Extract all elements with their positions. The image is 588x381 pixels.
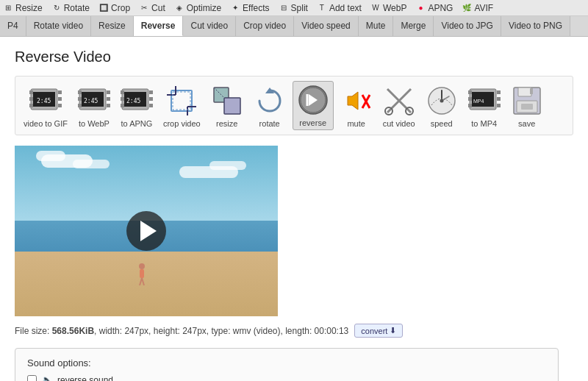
reverse-tool-icon <box>297 84 329 116</box>
svg-rect-17 <box>107 104 110 107</box>
to-mp4-tool-icon: MP4 <box>468 85 501 117</box>
menu-item-cut[interactable]: ✂ Cut <box>139 3 165 13</box>
svg-rect-57 <box>497 97 501 101</box>
top-menu-bar: ⊞ Resize ↻ Rotate 🔲 Crop ✂ Cut ◈ Optimiz… <box>0 0 588 16</box>
svg-point-64 <box>139 263 145 269</box>
tab-rotate-video[interactable]: Rotate video <box>26 16 91 36</box>
tab-merge[interactable]: Merge <box>393 16 434 36</box>
tool-speed-label: speed <box>431 119 453 128</box>
svg-point-49 <box>440 99 443 103</box>
svg-text:2:45: 2:45 <box>37 98 51 104</box>
svg-text:2:45: 2:45 <box>84 98 98 104</box>
menu-item-resize[interactable]: ⊞ Resize <box>3 3 43 13</box>
tool-cut-video-label: cut video <box>383 119 415 128</box>
optimize-menu-icon: ◈ <box>174 3 184 13</box>
crop-menu-icon: 🔲 <box>98 3 109 13</box>
svg-rect-62 <box>521 104 533 110</box>
svg-rect-3 <box>29 90 33 94</box>
rotate-menu-icon: ↻ <box>51 3 62 13</box>
svg-rect-21 <box>121 90 124 94</box>
tool-to-mp4-label: to MP4 <box>471 119 497 128</box>
tool-reverse[interactable]: reverse <box>293 81 334 130</box>
video-player <box>15 146 278 316</box>
svg-rect-63 <box>530 88 533 94</box>
svg-rect-58 <box>497 104 501 107</box>
menu-item-webp[interactable]: W WebP <box>370 3 406 13</box>
tool-to-apng-label: to APNG <box>121 119 153 128</box>
tool-save[interactable]: save <box>507 82 547 130</box>
video-to-gif-icon: 2:45 <box>29 85 62 117</box>
svg-text:2:45: 2:45 <box>126 98 140 104</box>
svg-rect-8 <box>58 104 62 107</box>
sound-options-panel: Sound options: 🔈 reverse sound 🔈 mute so… <box>15 348 559 381</box>
tool-video-to-gif[interactable]: 2:45 video to GIF <box>20 82 71 130</box>
convert-button[interactable]: convert ⬇ <box>354 324 403 338</box>
svg-rect-16 <box>107 97 110 101</box>
svg-rect-56 <box>497 90 501 94</box>
file-info-text: File size: 568.56KiB, width: 247px, heig… <box>15 326 348 336</box>
menu-item-optimize[interactable]: ◈ Optimize <box>174 3 221 13</box>
svg-rect-13 <box>78 97 82 101</box>
convert-arrow-icon: ⬇ <box>390 326 396 335</box>
tool-mute[interactable]: mute <box>337 82 376 130</box>
reverse-sound-icon: 🔈 <box>41 374 53 381</box>
reverse-sound-label[interactable]: reverse sound <box>57 375 113 382</box>
cloud-5 <box>209 161 246 170</box>
reverse-sound-checkbox[interactable] <box>27 375 37 381</box>
play-button[interactable] <box>126 211 166 251</box>
menu-item-avif[interactable]: 🌿 AVIF <box>462 3 493 13</box>
nav-tabs: P4 Rotate video Resize Reverse Cut video… <box>0 16 588 37</box>
video-figure <box>136 263 148 285</box>
svg-rect-65 <box>140 269 144 278</box>
menu-item-split[interactable]: ⊟ Split <box>279 3 308 13</box>
svg-rect-34 <box>224 98 240 114</box>
tool-strip: 2:45 video to GIF 2:45 <box>15 76 573 135</box>
tab-cut-video[interactable]: Cut video <box>183 16 236 36</box>
sound-option-reverse: 🔈 reverse sound <box>27 374 546 381</box>
tab-mute[interactable]: Mute <box>359 16 394 36</box>
tab-video-to-png[interactable]: Video to PNG <box>501 16 570 36</box>
tool-to-mp4[interactable]: MP4 to MP4 <box>465 82 504 130</box>
svg-rect-7 <box>58 97 62 101</box>
resize-menu-icon: ⊞ <box>3 3 13 13</box>
menu-item-crop[interactable]: 🔲 Crop <box>98 3 130 13</box>
menu-item-rotate[interactable]: ↻ Rotate <box>51 3 90 13</box>
svg-rect-26 <box>149 104 153 107</box>
svg-rect-4 <box>29 97 33 101</box>
speed-tool-icon <box>426 85 458 117</box>
tool-to-apng[interactable]: 2:45 to APNG <box>117 82 157 130</box>
tool-crop-video-label: crop video <box>163 119 201 128</box>
tool-speed[interactable]: speed <box>422 82 462 130</box>
crop-video-tool-icon <box>165 85 198 117</box>
svg-rect-25 <box>149 97 153 101</box>
menu-item-add-text[interactable]: T Add text <box>317 3 362 13</box>
menu-item-effects[interactable]: ✦ Effects <box>230 3 269 13</box>
tab-reverse[interactable]: Reverse <box>134 16 184 36</box>
svg-rect-22 <box>121 97 124 101</box>
cloud-3 <box>73 160 110 168</box>
tool-resize[interactable]: resize <box>207 82 247 130</box>
webp-menu-icon: W <box>370 3 381 13</box>
svg-line-67 <box>142 278 144 285</box>
save-tool-icon <box>511 85 543 117</box>
svg-rect-12 <box>78 90 82 94</box>
tool-resize-label: resize <box>216 119 237 128</box>
tool-to-webp[interactable]: 2:45 to WebP <box>74 82 114 130</box>
resize-tool-icon <box>211 85 243 117</box>
tab-video-to-jpg[interactable]: Video to JPG <box>434 16 501 36</box>
tool-crop-video[interactable]: crop video <box>159 82 204 130</box>
tool-rotate[interactable]: rotate <box>250 82 290 130</box>
apng-menu-icon: ● <box>415 3 426 13</box>
tab-resize[interactable]: Resize <box>91 16 134 36</box>
tab-video-speed[interactable]: Video speed <box>294 16 359 36</box>
svg-marker-41 <box>348 92 358 110</box>
tab-p4[interactable]: P4 <box>0 16 26 36</box>
tab-crop-video[interactable]: Crop video <box>236 16 294 36</box>
cut-menu-icon: ✂ <box>139 3 149 13</box>
svg-rect-27 <box>171 90 192 111</box>
svg-rect-54 <box>468 97 472 101</box>
effects-menu-icon: ✦ <box>230 3 240 13</box>
tool-cut-video[interactable]: cut video <box>379 82 419 130</box>
menu-item-apng[interactable]: ● APNG <box>415 3 453 13</box>
svg-rect-15 <box>107 90 110 94</box>
